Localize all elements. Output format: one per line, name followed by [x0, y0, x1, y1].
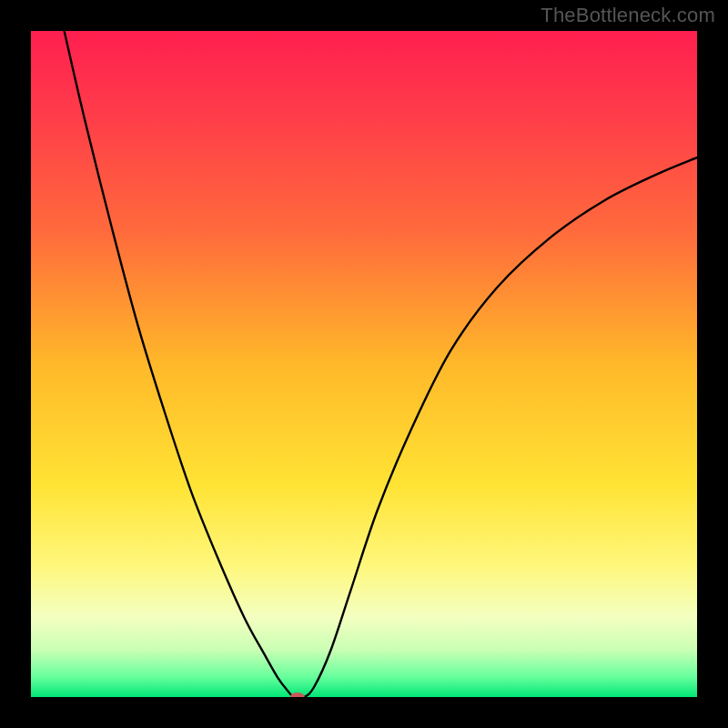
- plot-area: [31, 31, 697, 697]
- chart-frame: TheBottleneck.com: [0, 0, 728, 728]
- gradient-background: [31, 31, 697, 697]
- chart-svg: [31, 31, 697, 697]
- watermark-text: TheBottleneck.com: [541, 4, 715, 27]
